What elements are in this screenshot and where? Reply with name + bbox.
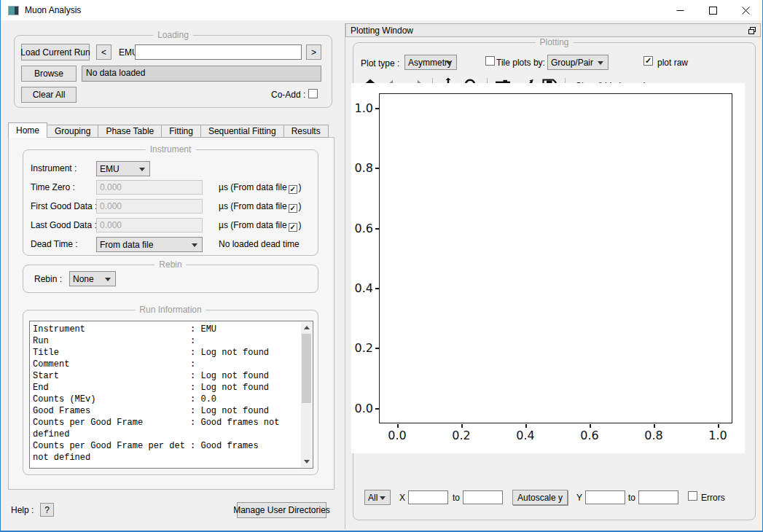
first-good-data-suffix: µs (From data file✓) (219, 201, 302, 213)
y-min-input[interactable] (585, 490, 625, 504)
plotting-window-title: Plotting Window (351, 26, 413, 36)
plotting-window-dock: Plotting Window Plotting Plot type : Asy… (345, 23, 761, 529)
tab-phase-table[interactable]: Phase Table (98, 125, 162, 138)
last-good-data-input[interactable] (96, 218, 203, 232)
instrument-dropdown[interactable]: EMU (96, 161, 150, 176)
app-icon (8, 6, 19, 15)
plot-raw-label: plot raw (657, 58, 688, 68)
tile-by-dropdown[interactable]: Group/Pair (547, 55, 609, 70)
minimize-button[interactable] (664, 0, 697, 20)
tile-plots-label: Tile plots by: (496, 58, 545, 68)
run-information-legend: Run Information (135, 305, 206, 315)
time-zero-from-file-checkbox[interactable]: ✓ (289, 185, 297, 194)
scrollbar-thumb[interactable] (302, 334, 311, 403)
load-current-run-button[interactable]: Load Current Run (21, 44, 90, 60)
close-button[interactable] (729, 0, 762, 20)
instrument-group: Instrument Instrument : EMU Time Zero : … (23, 149, 318, 256)
y-range-label: Y (576, 493, 582, 503)
x-range-label: X (399, 493, 405, 503)
x-tick-label: 0.2 (445, 429, 477, 442)
x-tick-label: 0.8 (638, 429, 670, 442)
minimize-icon (676, 7, 684, 15)
plot-type-dropdown[interactable]: Asymmetry (404, 55, 457, 70)
plot-raw-checkbox[interactable]: ✓ (643, 56, 653, 66)
time-zero-input[interactable] (96, 180, 203, 195)
plot-type-label: Plot type : (361, 58, 399, 69)
chevron-down-icon (105, 278, 111, 281)
chevron-down-icon (380, 496, 386, 500)
previous-run-button[interactable]: < (96, 44, 111, 60)
instrument-legend: Instrument (146, 144, 196, 154)
help-label: Help : (11, 505, 34, 515)
tab-sequential-fitting[interactable]: Sequential Fitting (201, 125, 284, 138)
time-zero-label: Time Zero : (31, 182, 75, 192)
run-information-text: Instrument : EMU Run : Title : Log not f… (29, 321, 313, 469)
loading-legend: Loading (153, 30, 193, 40)
y-tick-label: 0.0 (348, 402, 373, 416)
last-good-data-label: Last Good Data : (31, 220, 97, 230)
first-good-data-input[interactable] (96, 199, 203, 214)
co-add-label: Co-Add : (271, 90, 305, 100)
chevron-down-icon (598, 61, 603, 65)
time-zero-suffix: µs (From data file✓) (219, 182, 302, 194)
tab-grouping[interactable]: Grouping (47, 125, 98, 138)
y-tick-label: 0.6 (348, 222, 373, 236)
y-tick-label: 0.2 (348, 341, 373, 356)
loaded-data-status: No data loaded (82, 66, 321, 82)
x-max-input[interactable] (463, 490, 503, 504)
tab-fitting[interactable]: Fitting (162, 125, 201, 138)
run-information-group: Run Information Instrument : EMU Run : T… (23, 310, 318, 475)
rebin-dropdown[interactable]: None (69, 271, 116, 286)
title-bar[interactable]: Muon Analysis (1, 0, 762, 20)
tile-plots-checkbox[interactable] (485, 56, 495, 66)
x-min-input[interactable] (408, 490, 448, 504)
y-tick-label: 1.0 (348, 101, 373, 116)
plotting-window-titlebar[interactable]: Plotting Window (345, 23, 761, 37)
main-tab-bar: Home Grouping Phase Table Fitting Sequen… (8, 122, 329, 138)
x-tick-label: 0.4 (509, 429, 541, 442)
run-information-scrollbar[interactable] (301, 322, 312, 467)
x-tick-label: 0.6 (574, 429, 606, 442)
x-tick-label: 0.0 (381, 429, 413, 442)
y-to-label: to (628, 493, 635, 503)
window-title: Muon Analysis (25, 5, 81, 15)
rebin-legend: Rebin (154, 259, 186, 270)
first-good-data-from-file-checkbox[interactable]: ✓ (289, 204, 297, 213)
chevron-down-icon (446, 61, 452, 65)
rebin-label: Rebin : (34, 274, 62, 284)
clear-all-button[interactable]: Clear All (21, 87, 77, 103)
browse-button[interactable]: Browse (21, 66, 77, 82)
dead-time-label: Dead Time : (31, 239, 78, 249)
next-run-button[interactable]: > (306, 44, 321, 60)
y-tick-label: 0.4 (348, 281, 373, 296)
tab-home[interactable]: Home (8, 122, 47, 138)
last-good-data-from-file-checkbox[interactable]: ✓ (289, 223, 297, 232)
float-window-icon[interactable] (748, 26, 756, 35)
chevron-down-icon (139, 168, 145, 171)
plotting-legend: Plotting (535, 37, 573, 47)
help-button[interactable]: ? (40, 503, 54, 517)
run-number-input[interactable] (135, 44, 302, 60)
subplot-selector-dropdown[interactable]: All (364, 490, 391, 505)
autoscale-y-button[interactable]: Autoscale y (512, 490, 568, 505)
y-max-input[interactable] (638, 490, 678, 504)
plot-axes[interactable] (379, 93, 732, 423)
loading-group: Loading Load Current Run < EMU > Browse … (14, 35, 332, 108)
co-add-checkbox[interactable] (308, 89, 318, 98)
x-to-label: to (453, 493, 460, 503)
dead-time-dropdown[interactable]: From data file (96, 237, 203, 252)
maximize-button[interactable] (697, 0, 729, 20)
dead-time-status: No loaded dead time (219, 239, 300, 249)
manage-user-directories-button[interactable]: Manage User Directories (237, 502, 326, 518)
errors-checkbox[interactable] (688, 491, 697, 501)
instrument-label: Instrument : (31, 163, 77, 173)
scroll-down-icon[interactable] (301, 456, 312, 467)
scroll-up-icon[interactable] (301, 322, 312, 333)
plot-canvas[interactable]: 1.0 0.8 0.6 0.4 0.2 0.0 0.0 0.2 0.4 0.6 … (351, 83, 745, 453)
tab-results[interactable]: Results (284, 125, 329, 138)
close-icon (742, 7, 750, 15)
maximize-icon (709, 7, 717, 15)
muon-analysis-window: Muon Analysis Loading Load Current Run <… (0, 0, 763, 532)
x-tick-label: 1.0 (702, 429, 734, 442)
first-good-data-label: First Good Data : (31, 201, 97, 211)
